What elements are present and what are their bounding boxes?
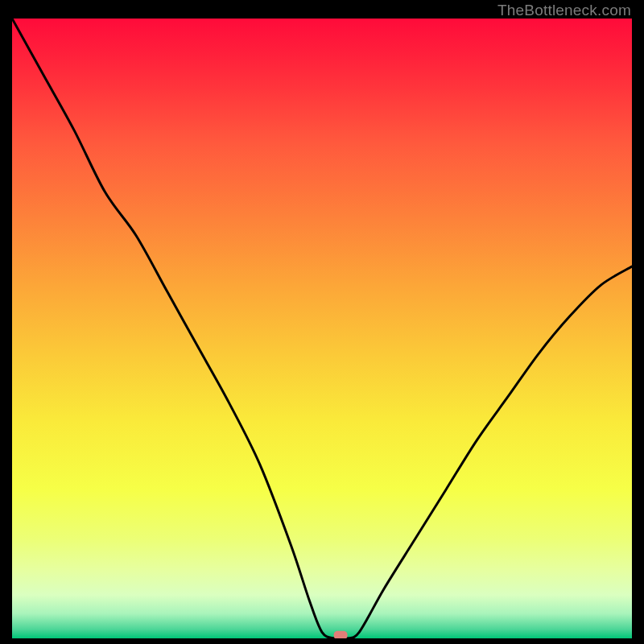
chart-frame	[12, 19, 632, 638]
chart-background	[12, 19, 632, 638]
optimal-marker	[334, 631, 348, 638]
watermark-text: TheBottleneck.com	[497, 2, 631, 19]
bottleneck-chart	[12, 19, 632, 638]
